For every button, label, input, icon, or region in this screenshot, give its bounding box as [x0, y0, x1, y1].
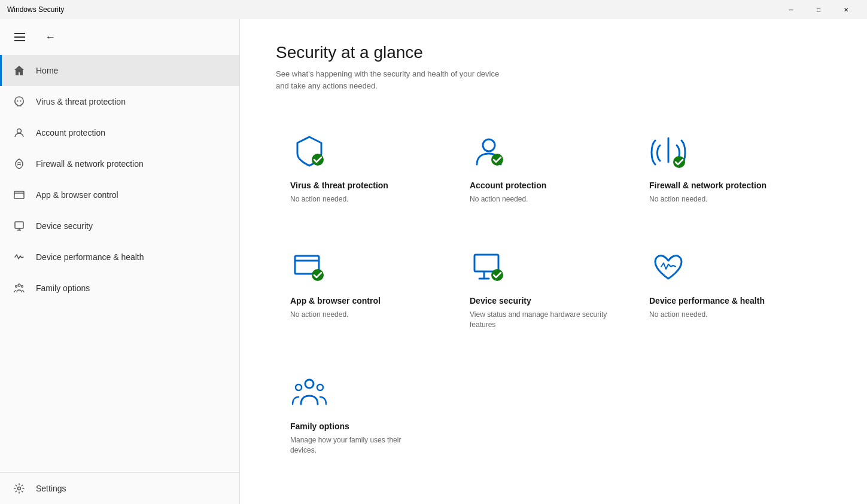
- card-app-browser[interactable]: App & browser control No action needed.: [276, 231, 443, 344]
- card-app-browser-desc: No action needed.: [290, 310, 429, 320]
- card-account-desc: No action needed.: [470, 194, 609, 204]
- card-device-security-icon-area: [470, 248, 609, 286]
- svg-point-8: [18, 284, 20, 286]
- virus-icon: [12, 94, 26, 109]
- maximize-button[interactable]: □: [805, 0, 832, 19]
- card-firewall-title: Firewall & network protection: [649, 180, 788, 191]
- sidebar-bottom: Settings: [0, 472, 239, 504]
- card-firewall-desc: No action needed.: [649, 194, 788, 204]
- account-icon: [12, 126, 26, 140]
- card-virus[interactable]: Virus & threat protection No action need…: [276, 115, 443, 219]
- card-device-health-title: Device performance & health: [649, 295, 788, 306]
- card-account[interactable]: Account protection No action needed.: [455, 115, 623, 219]
- card-device-security[interactable]: Device security View status and manage h…: [455, 231, 623, 344]
- sidebar-item-virus-label: Virus & threat protection: [36, 97, 126, 106]
- titlebar-title: Windows Security: [7, 5, 777, 14]
- svg-point-11: [18, 487, 21, 490]
- svg-rect-3: [14, 191, 24, 198]
- content-area: Security at a glance See what's happenin…: [240, 19, 867, 504]
- sidebar-item-family[interactable]: Family options: [0, 273, 239, 304]
- sidebar-item-app-browser[interactable]: App & browser control: [0, 179, 239, 210]
- card-firewall[interactable]: Firewall & network protection No action …: [635, 115, 802, 219]
- svg-point-13: [483, 139, 495, 151]
- sidebar-top: ←: [0, 19, 239, 55]
- sidebar-item-device-health[interactable]: Device performance & health: [0, 242, 239, 273]
- svg-point-2: [17, 129, 22, 133]
- card-app-browser-icon-area: [290, 248, 429, 286]
- card-virus-desc: No action needed.: [290, 194, 429, 204]
- hamburger-line-3: [14, 40, 25, 41]
- svg-point-25: [296, 384, 302, 390]
- card-device-security-title: Device security: [470, 295, 609, 306]
- home-icon: [12, 63, 26, 78]
- card-virus-icon-area: [290, 132, 429, 170]
- card-family-title: Family options: [290, 421, 429, 432]
- svg-point-10: [22, 286, 23, 288]
- svg-rect-5: [15, 222, 23, 228]
- device-health-icon: [12, 250, 26, 264]
- cards-grid: Virus & threat protection No action need…: [276, 115, 831, 470]
- page-title: Security at a glance: [276, 43, 831, 62]
- minimize-button[interactable]: ─: [777, 0, 805, 19]
- svg-point-1: [20, 100, 22, 102]
- sidebar-item-settings-label: Settings: [36, 484, 66, 493]
- sidebar-item-settings[interactable]: Settings: [0, 472, 239, 504]
- back-button[interactable]: ←: [39, 26, 61, 48]
- device-security-icon: [12, 219, 26, 233]
- card-device-health-desc: No action needed.: [649, 310, 788, 320]
- card-firewall-icon-area: [649, 132, 788, 170]
- app-browser-icon: [12, 188, 26, 202]
- back-arrow-icon: ←: [45, 31, 56, 44]
- svg-point-0: [17, 100, 19, 102]
- titlebar: Windows Security ─ □ ✕: [0, 0, 867, 19]
- sidebar-item-app-browser-label: App & browser control: [36, 190, 118, 200]
- close-button[interactable]: ✕: [832, 0, 860, 19]
- svg-rect-20: [474, 255, 498, 271]
- sidebar-item-family-label: Family options: [36, 283, 90, 293]
- sidebar-item-account[interactable]: Account protection: [0, 117, 239, 148]
- svg-point-26: [317, 384, 323, 390]
- sidebar: ← Home Virus & threat protection: [0, 19, 240, 504]
- card-account-icon-area: [470, 132, 609, 170]
- family-icon: [12, 281, 26, 295]
- card-family[interactable]: Family options Manage how your family us…: [276, 356, 443, 470]
- hamburger-line-2: [14, 36, 25, 38]
- sidebar-item-firewall-label: Firewall & network protection: [36, 159, 144, 169]
- card-device-health-icon-area: [649, 248, 788, 286]
- card-device-health[interactable]: Device performance & health No action ne…: [635, 231, 802, 344]
- sidebar-item-account-label: Account protection: [36, 128, 105, 138]
- main-window: ← Home Virus & threat protection: [0, 19, 867, 504]
- sidebar-item-virus[interactable]: Virus & threat protection: [0, 86, 239, 117]
- card-family-desc: Manage how your family uses their device…: [290, 435, 429, 456]
- firewall-icon: [12, 157, 26, 171]
- titlebar-controls: ─ □ ✕: [777, 0, 860, 19]
- card-family-icon-area: [290, 373, 429, 411]
- sidebar-item-home-label: Home: [36, 66, 58, 75]
- card-device-security-desc: View status and manage hardware security…: [470, 310, 609, 330]
- hamburger-button[interactable]: [10, 28, 30, 46]
- sidebar-item-device-security-label: Device security: [36, 221, 93, 231]
- hamburger-line-1: [14, 33, 25, 34]
- card-virus-title: Virus & threat protection: [290, 180, 429, 191]
- settings-icon: [12, 481, 26, 496]
- page-subtitle: See what's happening with the security a…: [276, 68, 831, 91]
- svg-point-24: [305, 380, 314, 388]
- sidebar-item-firewall[interactable]: Firewall & network protection: [0, 148, 239, 179]
- card-app-browser-title: App & browser control: [290, 295, 429, 306]
- sidebar-item-device-security[interactable]: Device security: [0, 210, 239, 242]
- sidebar-item-device-health-label: Device performance & health: [36, 252, 144, 262]
- sidebar-item-home[interactable]: Home: [0, 55, 239, 86]
- svg-point-9: [16, 286, 17, 288]
- card-account-title: Account protection: [470, 180, 609, 191]
